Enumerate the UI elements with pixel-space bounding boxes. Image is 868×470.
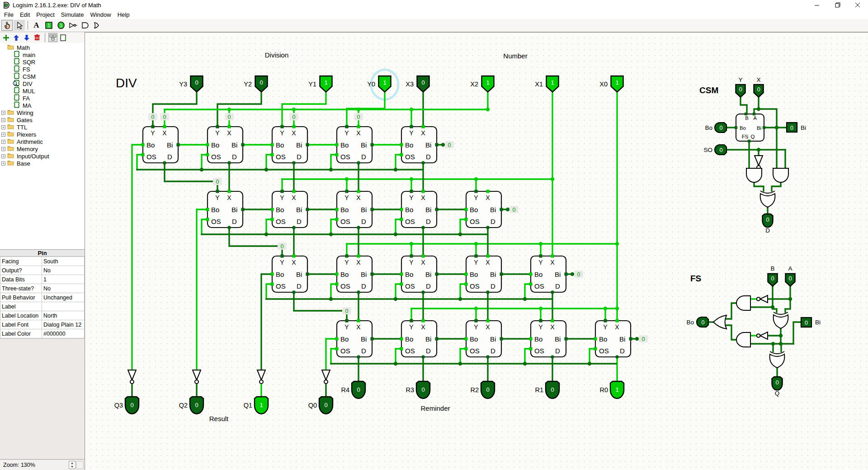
expander-icon[interactable]: + — [1, 133, 5, 137]
grid-options-icon[interactable] — [76, 461, 84, 469]
output-pin-R3[interactable]: 0 — [416, 381, 430, 399]
schematic-canvas[interactable]: YXBoBiOSDYXBoBiOSDYXBoBiOSDYXBoBiOSDYXBo… — [85, 32, 868, 470]
output-pin-tool-button[interactable]: 1 — [55, 20, 66, 31]
expander-icon[interactable]: + — [1, 161, 5, 166]
tree-item-fs[interactable]: FS — [0, 66, 85, 73]
or-gate-tool-button[interactable] — [92, 20, 103, 31]
tree-item-arithmetic[interactable]: +Arithmetic — [0, 138, 85, 145]
tree-item-base[interactable]: +Base — [0, 160, 85, 167]
expander-icon[interactable]: + — [1, 111, 5, 115]
text-tool-button[interactable]: A — [31, 20, 42, 31]
csm-cell[interactable]: YXBoBiOSD — [270, 254, 309, 294]
tree-item-ttl[interactable]: +TTL — [0, 123, 85, 131]
view-toolbox-button[interactable] — [48, 33, 57, 42]
menu-project[interactable]: Project — [33, 10, 57, 19]
menu-edit[interactable]: Edit — [17, 10, 33, 19]
attr-row-three-state-[interactable]: Three-state?No — [0, 284, 85, 293]
tree-item-sqr[interactable]: SQR — [0, 58, 85, 66]
output-pin-Q2[interactable]: 0 — [190, 397, 203, 414]
tree-item-csm[interactable]: CSM — [0, 73, 85, 80]
csm-cell[interactable]: YXBoBiOSD — [529, 319, 567, 358]
tree-item-ma[interactable]: MA — [0, 102, 85, 109]
csm-cell[interactable]: YXBoBiOSD — [270, 125, 309, 164]
input-pin-tool-button[interactable]: 1 — [43, 20, 54, 31]
attr-value[interactable]: North — [42, 311, 85, 320]
and-gate[interactable] — [773, 168, 788, 182]
move-circuit-down-button[interactable] — [22, 33, 31, 42]
tree-item-plexers[interactable]: +Plexers — [0, 131, 85, 138]
and-gate[interactable] — [736, 296, 750, 310]
and-gate-tool-button[interactable] — [80, 20, 91, 31]
tree-item-math[interactable]: Math — [0, 44, 85, 51]
csm-cell[interactable]: YXBoBiOSD — [335, 319, 373, 358]
output-pin-Q0[interactable]: 0 — [319, 397, 333, 414]
menu-file[interactable]: File — [1, 10, 17, 19]
attr-value[interactable]: 1 — [42, 275, 85, 284]
restore-button[interactable] — [827, 0, 848, 10]
csm-cell[interactable]: YXBoBiOSD — [206, 125, 244, 164]
edit-tool-button[interactable] — [14, 20, 25, 31]
menu-help[interactable]: Help — [114, 10, 133, 19]
csm-input-pin-Bo[interactable]: 0 — [715, 123, 726, 133]
attr-row-label[interactable]: Label — [0, 302, 85, 311]
attr-value[interactable]: No — [42, 266, 85, 275]
fs-input-pin-Bo[interactable]: 0 — [697, 317, 708, 327]
csm-output-pin-D[interactable]: 0 — [763, 214, 773, 227]
csm-cell[interactable]: YXBoBiOSD — [335, 254, 373, 294]
csm-cell[interactable]: YXBoBiOSD — [594, 319, 632, 358]
tree-item-gates[interactable]: +Gates — [0, 116, 85, 123]
csm-cell[interactable]: YXBoBiOSD — [464, 319, 503, 358]
csm-input-pin-SO[interactable]: 0 — [715, 145, 726, 155]
expander-icon[interactable]: + — [1, 125, 5, 129]
attr-value[interactable]: South — [42, 257, 85, 266]
view-simulation-button[interactable] — [59, 33, 68, 42]
attr-value[interactable] — [42, 302, 85, 311]
and-gate[interactable] — [746, 168, 762, 182]
attr-row-label-font[interactable]: Label FontDialog Plain 12 — [0, 320, 85, 329]
output-pin-R4[interactable]: 0 — [352, 381, 365, 399]
expander-icon[interactable]: + — [1, 154, 5, 158]
menu-window[interactable]: Window — [87, 10, 114, 19]
csm-input-pin-Bi[interactable]: 0 — [787, 123, 797, 132]
csm-cell[interactable]: YXBoBiOSD — [400, 319, 438, 358]
zoom-spinner[interactable]: ▲▼ — [69, 461, 75, 469]
output-pin-R1[interactable]: 0 — [546, 381, 559, 399]
output-pin-R2[interactable]: 0 — [481, 381, 495, 399]
csm-cell[interactable]: YXBoBiOSD — [206, 190, 244, 229]
tree-item-main[interactable]: main — [0, 51, 85, 58]
and-gate[interactable] — [736, 332, 750, 347]
attr-row-output-[interactable]: Output?No — [0, 266, 85, 275]
expander-icon[interactable]: + — [1, 140, 5, 144]
csm-cell[interactable]: YXBoBiOSD — [335, 125, 373, 164]
output-pin-R0[interactable]: 1 — [610, 381, 624, 399]
csm-cell[interactable]: YXBoBiOSD — [529, 254, 567, 294]
csm-cell[interactable]: YXBoBiOSD — [400, 125, 438, 164]
attr-value[interactable]: Unchanged — [42, 293, 85, 302]
fs-output-pin-Q[interactable]: 0 — [772, 377, 783, 390]
csm-fs-box[interactable]: BABoBiFSQ — [735, 113, 765, 142]
fs-input-pin-Bi[interactable]: 0 — [801, 318, 811, 327]
csm-cell[interactable]: YXBoBiOSD — [270, 190, 309, 229]
move-circuit-up-button[interactable] — [12, 33, 21, 42]
expander-icon[interactable]: + — [1, 118, 5, 122]
tree-item-wiring[interactable]: +Wiring — [0, 109, 85, 116]
attr-row-data-bits[interactable]: Data Bits1 — [0, 275, 85, 284]
attr-row-label-location[interactable]: Label LocationNorth — [0, 311, 85, 320]
tree-item-mul[interactable]: MUL — [0, 87, 85, 95]
attr-value[interactable]: No — [42, 284, 85, 293]
output-pin-Q1[interactable]: 1 — [255, 397, 268, 414]
attr-row-facing[interactable]: FacingSouth — [0, 257, 85, 266]
csm-cell[interactable]: YXBoBiOSD — [335, 190, 373, 229]
minimize-button[interactable] — [807, 0, 827, 10]
expander-icon[interactable]: + — [1, 147, 5, 151]
add-circuit-button[interactable] — [1, 33, 10, 42]
attr-row-label-color[interactable]: Label Color#000000 — [0, 329, 85, 338]
tree-item-memory[interactable]: +Memory — [0, 145, 85, 152]
attr-value[interactable]: #000000 — [42, 329, 85, 338]
delete-circuit-button[interactable] — [33, 33, 42, 42]
csm-cell[interactable]: YXBoBiOSD — [400, 190, 438, 229]
poke-tool-button[interactable] — [1, 20, 13, 31]
close-button[interactable] — [848, 0, 868, 10]
not-gate-tool-button[interactable] — [67, 20, 79, 31]
csm-cell[interactable]: YXBoBiOSD — [464, 190, 503, 229]
